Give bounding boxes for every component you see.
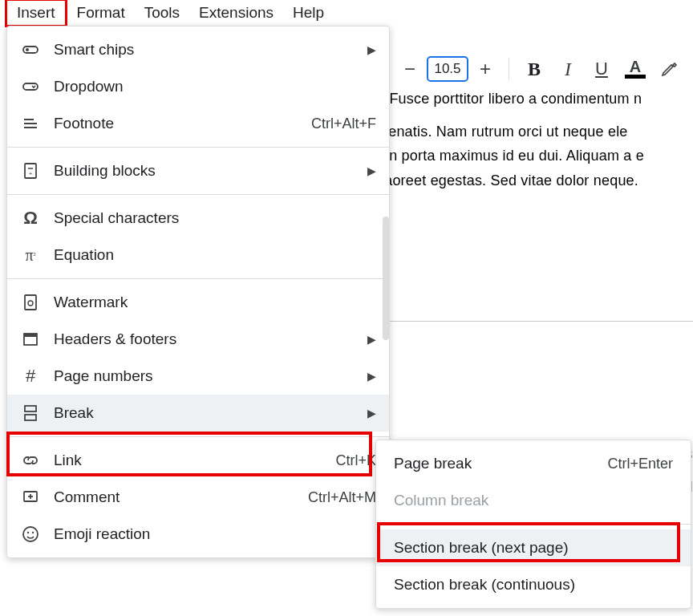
chevron-right-icon: ▶: [367, 164, 376, 177]
menu-extensions[interactable]: Extensions: [189, 1, 283, 25]
menu-label: Section break (continuous): [394, 576, 673, 594]
menu-label: Headers & footers: [54, 330, 355, 348]
menu-insert[interactable]: Insert: [5, 0, 67, 27]
svg-point-18: [23, 527, 38, 541]
menu-label: Page break: [394, 455, 596, 472]
menu-divider: [376, 524, 691, 525]
menu-item-equation[interactable]: π² Equation: [7, 237, 389, 274]
menu-label: Watermark: [54, 294, 376, 311]
break-submenu: Page break Ctrl+Enter Column break Secti…: [375, 440, 691, 609]
menu-item-emoji-reaction[interactable]: Emoji reaction: [7, 516, 389, 553]
building-blocks-icon: +: [20, 160, 41, 181]
menu-label: Column break: [394, 492, 673, 509]
font-size-input[interactable]: 10.5: [427, 56, 468, 82]
scrollbar-thumb[interactable]: [383, 217, 389, 340]
menu-item-smart-chips[interactable]: Smart chips ▶: [7, 31, 389, 68]
submenu-section-break-next-page[interactable]: Section break (next page): [376, 529, 691, 566]
svg-rect-9: [25, 295, 36, 310]
menu-label: Link: [54, 452, 322, 469]
highlight-color-button[interactable]: [655, 55, 683, 83]
toolbar-separator: [509, 58, 509, 80]
menu-shortcut: Ctrl+Alt+F: [311, 116, 376, 132]
submenu-page-break[interactable]: Page break Ctrl+Enter: [376, 445, 691, 482]
equation-icon: π²: [20, 245, 41, 265]
menu-item-comment[interactable]: Comment Ctrl+Alt+M: [7, 479, 389, 516]
chevron-right-icon: ▶: [367, 407, 376, 419]
dropdown-icon: [20, 76, 41, 97]
insert-menu-dropdown: Smart chips ▶ Dropdown Footnote Ctrl+Alt…: [6, 26, 390, 558]
menu-item-footnote[interactable]: Footnote Ctrl+Alt+F: [7, 105, 389, 142]
emoji-icon: [20, 524, 41, 545]
svg-text:+: +: [29, 170, 33, 177]
menu-item-building-blocks[interactable]: + Building blocks ▶: [7, 152, 389, 189]
menu-item-dropdown[interactable]: Dropdown: [7, 68, 389, 105]
chevron-right-icon: ▶: [367, 43, 376, 56]
headers-footers-icon: [20, 329, 41, 350]
font-size-decrease[interactable]: −: [398, 57, 422, 81]
svg-point-20: [32, 532, 34, 533]
menu-label: Equation: [54, 246, 376, 264]
menu-item-link[interactable]: Link Ctrl+K: [7, 442, 389, 479]
menu-item-watermark[interactable]: Watermark: [7, 284, 389, 321]
submenu-section-break-continuous[interactable]: Section break (continuous): [376, 566, 691, 603]
font-size-increase[interactable]: +: [473, 57, 497, 81]
submenu-column-break: Column break: [376, 482, 691, 519]
page-separator: [381, 321, 693, 322]
svg-rect-13: [25, 406, 36, 411]
italic-button[interactable]: I: [554, 55, 582, 83]
menu-help[interactable]: Help: [283, 1, 334, 25]
menu-label: Smart chips: [54, 41, 355, 59]
svg-point-19: [27, 532, 29, 533]
svg-rect-2: [23, 83, 38, 90]
omega-icon: Ω: [20, 208, 41, 229]
svg-point-10: [28, 301, 33, 306]
menu-shortcut: Ctrl+K: [335, 452, 376, 469]
font-size-stepper: − 10.5 +: [398, 56, 497, 82]
text-color-button[interactable]: A: [622, 55, 649, 83]
menu-label: Section break (next page): [394, 539, 673, 557]
menu-label: Special characters: [54, 209, 376, 227]
doc-line: venatis. Nam rutrum orci ut neque ele en…: [381, 120, 693, 193]
menu-label: Building blocks: [54, 162, 355, 180]
doc-line: . Fusce porttitor libero a condimentum n: [381, 87, 693, 111]
smart-chips-icon: [20, 39, 41, 60]
menu-item-break[interactable]: Break ▶: [7, 395, 389, 432]
underline-button[interactable]: U: [588, 55, 615, 83]
menu-item-special-characters[interactable]: Ω Special characters: [7, 200, 389, 237]
footnote-icon: [20, 113, 41, 134]
menu-tools[interactable]: Tools: [135, 1, 189, 25]
bold-button[interactable]: B: [521, 55, 548, 83]
svg-rect-12: [24, 334, 37, 337]
menu-shortcut: Ctrl+Enter: [607, 456, 673, 472]
chevron-right-icon: ▶: [367, 333, 376, 346]
watermark-icon: [20, 292, 41, 313]
menu-item-page-numbers[interactable]: # Page numbers ▶: [7, 358, 389, 395]
menu-label: Break: [54, 404, 355, 422]
menu-label: Footnote: [54, 115, 298, 132]
menubar: Insert Format Tools Extensions Help: [0, 0, 693, 26]
menu-label: Comment: [54, 488, 295, 506]
svg-rect-14: [25, 415, 36, 420]
menu-label: Dropdown: [54, 78, 376, 95]
menu-item-headers-footers[interactable]: Headers & footers ▶: [7, 321, 389, 358]
chevron-right-icon: ▶: [367, 370, 376, 383]
menu-label: Page numbers: [54, 367, 355, 385]
menu-divider: [7, 147, 389, 148]
menu-divider: [7, 436, 389, 437]
menu-label: Emoji reaction: [54, 525, 376, 543]
comment-icon: [20, 487, 41, 508]
menu-format[interactable]: Format: [67, 1, 135, 25]
menu-divider: [7, 194, 389, 195]
toolbar: − 10.5 + B I U A: [393, 50, 693, 88]
svg-rect-0: [23, 47, 38, 53]
svg-point-1: [26, 48, 29, 51]
link-icon: [20, 450, 41, 471]
menu-divider: [7, 278, 389, 279]
break-icon: [20, 403, 41, 424]
menu-shortcut: Ctrl+Alt+M: [308, 489, 376, 506]
hash-icon: #: [20, 366, 41, 387]
